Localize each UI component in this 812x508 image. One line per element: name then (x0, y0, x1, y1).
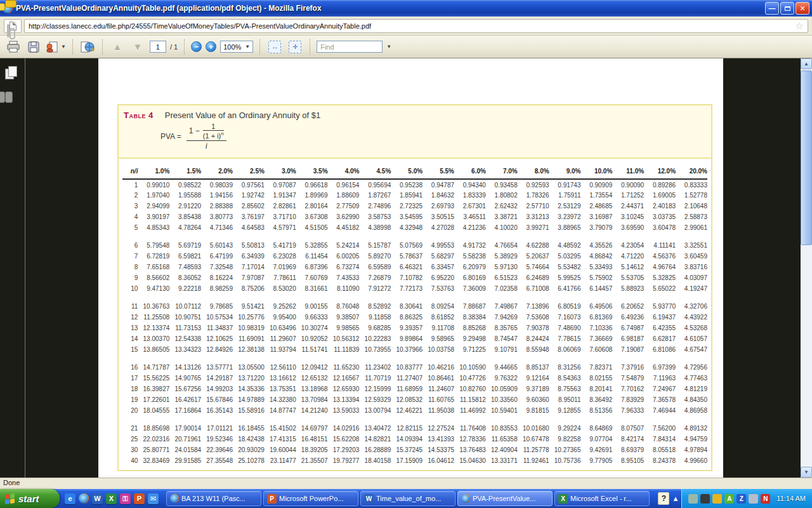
zoom-out-button[interactable]: − (191, 41, 202, 52)
security-shield-icon[interactable] (712, 494, 722, 504)
cell-value: 4.23054 (612, 240, 644, 251)
find-dropdown-caret[interactable]: ▼ (386, 44, 391, 50)
cell-value: 9.12855 (549, 405, 581, 416)
cell-value: 5.24214 (328, 240, 360, 251)
cell-value: 1.88609 (328, 190, 360, 201)
cell-value: 5.99525 (549, 272, 581, 283)
close-button[interactable]: ✕ (796, 2, 809, 15)
z-app-icon[interactable]: Z (737, 494, 746, 504)
zoom-level-select[interactable]: 100% ▼ (220, 41, 253, 53)
next-page-button[interactable]: ▼ (129, 39, 146, 55)
print-button[interactable] (5, 39, 22, 55)
formula-exponent: n (221, 131, 223, 137)
cell-value: 8.56602 (138, 272, 169, 283)
fit-page-button[interactable]: ✛ (287, 39, 303, 55)
word-icon[interactable]: W (92, 493, 103, 504)
cell-value: 9.11708 (422, 323, 454, 333)
hidden-icons-chevron[interactable]: ▲ (672, 495, 679, 502)
cell-value: 2.99061 (676, 222, 707, 233)
cell-value: 6.23028 (265, 251, 296, 262)
cell-period: 4 (122, 211, 138, 222)
start-button[interactable]: start (0, 489, 60, 508)
web-buy-button[interactable] (79, 39, 96, 55)
internet-explorer-icon[interactable]: e (65, 493, 75, 504)
attachments-paperclip-icon[interactable] (7, 24, 10, 37)
find-input[interactable]: Find (317, 41, 383, 53)
scrollbar-thumb[interactable] (801, 70, 812, 245)
taskbar-task-word[interactable]: WTime_value_of_mo... (360, 491, 455, 506)
vertical-scrollbar[interactable]: ▲ ▼ (801, 58, 812, 478)
taskbar-task-firefox[interactable]: PVA-PresentValue... (457, 491, 553, 506)
cell-value: 1.78326 (518, 190, 549, 201)
cell-value: 15.41502 (265, 423, 296, 434)
novell-icon[interactable]: N (761, 494, 770, 504)
cell-value: 9.39357 (391, 323, 422, 333)
taskbar-task-firefox[interactable]: BA 213 W11 (Pasc... (166, 491, 261, 506)
cell-value: 2.40183 (644, 201, 676, 211)
hardware-icon[interactable] (688, 494, 698, 504)
header-rate: 11.0% (612, 166, 644, 179)
powerpoint-icon: P (267, 494, 277, 504)
cell-value: 17.22601 (138, 394, 169, 405)
cell-value: 3.79079 (580, 222, 612, 233)
antivirus-icon[interactable]: A (724, 494, 734, 504)
cell-value: 6.46321 (391, 262, 422, 272)
cell-value: 3.90197 (138, 211, 169, 222)
scroll-down-arrow[interactable]: ▼ (801, 467, 812, 478)
cell-value: 18.42438 (233, 434, 265, 444)
cell-value: 14.69797 (296, 423, 328, 434)
cell-value: 10.07112 (169, 301, 201, 312)
cell-value: 14.71787 (138, 362, 169, 373)
cell-value: 9.82258 (549, 434, 581, 444)
cell-value: 13.76483 (454, 444, 486, 455)
previous-page-button[interactable]: ▲ (109, 39, 126, 55)
restore-button[interactable] (780, 2, 794, 15)
cell-value: 7.43533 (328, 272, 360, 283)
cell-value: 0.96154 (328, 179, 360, 190)
cell-value: 4.86842 (580, 251, 612, 262)
taskbar-task-excel[interactable]: XMicrosoft Excel - r... (554, 491, 650, 506)
cell-value: 22.02316 (138, 434, 169, 444)
volume-icon[interactable] (749, 494, 758, 504)
zoom-dropdown-caret: ▼ (245, 44, 250, 50)
firefox-icon[interactable] (79, 493, 89, 504)
cell-value: 12.10625 (201, 333, 233, 344)
tools-icon[interactable] (700, 494, 710, 504)
powerpoint-icon[interactable]: P (134, 493, 145, 504)
save-button[interactable] (25, 39, 42, 55)
bookmark-star-icon[interactable]: ☆ (796, 21, 804, 30)
cell-value: 0.97561 (233, 179, 265, 190)
cell-value: 11.15812 (454, 394, 486, 405)
excel-icon[interactable]: X (106, 493, 117, 504)
cell-value: 3.62990 (328, 211, 360, 222)
cell-value: 3.32551 (676, 240, 707, 251)
cell-value: 6.97399 (644, 362, 676, 373)
cell-value: 8.30641 (391, 301, 422, 312)
cell-value: 11.51741 (296, 344, 328, 355)
cell-period: 10 (122, 283, 138, 294)
cell-value: 8.51356 (580, 405, 612, 416)
url-input[interactable]: http://classes.lanecc.edu/file.php/24555… (24, 19, 808, 33)
fit-width-button[interactable]: ↔ (266, 39, 283, 55)
zoom-in-button[interactable]: + (206, 41, 216, 52)
scroll-up-arrow[interactable]: ▲ (801, 58, 812, 69)
keys-icon[interactable]: ⚿ (120, 493, 131, 504)
cell-value: 7.26879 (359, 272, 391, 283)
cell-value: 8.64869 (580, 423, 612, 434)
cell-value: 4.84350 (676, 394, 707, 405)
cell-value: 14.35336 (233, 384, 265, 394)
firefox-icon (461, 494, 470, 503)
page-number-input[interactable] (150, 41, 166, 53)
taskbar-task-powerpoint[interactable]: PMicrosoft PowerPo... (263, 491, 358, 506)
outlook-express-icon[interactable]: ✉ (148, 493, 159, 504)
cell-period: 21 (122, 423, 138, 434)
export-button[interactable]: ▼ (46, 39, 66, 55)
globe-document-icon (80, 41, 95, 53)
cell-value: 14.32380 (265, 394, 296, 405)
help-button[interactable]: ? (658, 492, 669, 505)
cell-value: 4.72956 (676, 362, 707, 373)
export-dropdown-caret[interactable]: ▼ (61, 44, 66, 50)
cell-value: 11.27407 (391, 373, 422, 384)
cell-value: 13.18968 (296, 384, 328, 394)
minimize-button[interactable]: — (765, 2, 779, 15)
